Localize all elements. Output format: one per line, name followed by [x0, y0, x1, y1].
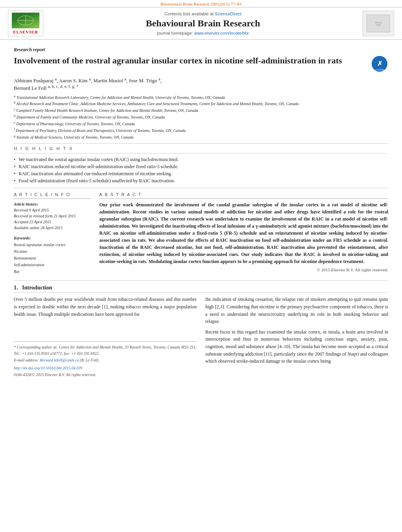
journal-header-center: Contents lists available at ScienceDirec…: [43, 11, 363, 35]
info-abstract-section: A R T I C L E I N F O Article history: R…: [14, 192, 388, 275]
received-revised-date: Received in revised form 21 April 2015: [14, 213, 91, 219]
highlight-item-1: •We inactivated the rostral agranular in…: [14, 157, 388, 163]
aff-f: f Department of Psychiatry, Division of …: [14, 127, 388, 134]
top-citation-bar: Behavioural Brain Research 290 (2015) 77…: [0, 0, 402, 7]
abstract-bold-start: Our prior work demonstrated the involvem…: [99, 202, 388, 264]
contents-line: Contents lists available at ScienceDirec…: [49, 11, 357, 16]
info-divider: [14, 198, 91, 199]
aff-a: a Translational Addiction Research Labor…: [14, 94, 388, 101]
keywords-section: Keywords: Rostral agranular insular cort…: [14, 235, 91, 275]
accepted-date: Accepted 23 April 2015: [14, 219, 91, 225]
abstract-col: A B S T R A C T Our prior work demonstra…: [99, 192, 388, 275]
divider-1: [14, 143, 388, 144]
authors-line: Abhiram Pushparaj a, Aaron S. Kim a, Mar…: [14, 76, 388, 92]
highlight-item-3: •RAIC inactivation also attenuated cue-i…: [14, 171, 388, 177]
article-info-col: A R T I C L E I N F O Article history: R…: [14, 192, 91, 275]
homepage-url[interactable]: www.elsevier.com/locate/bbr: [194, 31, 249, 35]
elsevier-logo: ELSEVIER: [8, 11, 43, 36]
doi-line: http://dx.doi.org/10.1016/j.bbr.2015.04.…: [14, 365, 197, 371]
homepage-line: journal homepage: www.elsevier.com/locat…: [49, 31, 357, 35]
intro-title: Introduction: [22, 285, 52, 291]
abstract-text: Our prior work demonstrated the involvem…: [99, 201, 388, 265]
svg-text:✗: ✗: [377, 60, 382, 67]
intro-right-col: the indication of smoking cessation, the…: [205, 296, 388, 378]
history-label: Article history:: [14, 201, 91, 207]
email-label: E-mail address:: [14, 358, 39, 362]
divider-3: [14, 280, 388, 281]
star-note: * Corresponding author at: Centre for Ad…: [14, 344, 197, 356]
journal-header: ELSEVIER Contents lists available at Sci…: [0, 7, 402, 40]
crossmark-badge: ✗ CrossMark: [371, 55, 388, 72]
issn-line: 0166-4328/© 2015 Elsevier B.V. All right…: [14, 372, 197, 378]
intro-number: 1.: [14, 285, 18, 291]
article-title-section: Involvement of the rostral agranular ins…: [14, 55, 388, 72]
divider-2: [14, 188, 388, 188]
aff-g: g Institute of Medical Sciences, Univers…: [14, 134, 388, 141]
affiliations: a Translational Addiction Research Labor…: [14, 94, 388, 141]
intro-right-para-2: Recent focus in this regard has examined…: [205, 328, 388, 365]
email-suffix: (B. Le Foll).: [80, 358, 99, 362]
aff-d: d Department of Family and Community Med…: [14, 114, 388, 120]
article-history: Article history: Received 9 April 2015 R…: [14, 201, 91, 231]
highlight-item-2: •RAIC inactivation reduced nicotine self…: [14, 164, 388, 170]
abstract-label: A B S T R A C T: [99, 192, 388, 197]
copyright-line: © 2015 Elsevier B.V. All rights reserved…: [99, 267, 388, 272]
article-title: Involvement of the rostral agranular ins…: [14, 55, 366, 67]
received-date: Received 9 April 2015: [14, 207, 91, 213]
aff-e: e Department of Pharmacology, University…: [14, 120, 388, 127]
citation-text: Behavioural Brain Research 290 (2015) 77…: [160, 2, 242, 6]
kw-2: Nicotine: [14, 248, 91, 255]
kw-5: Rat: [14, 268, 91, 275]
intro-body: Over 5 million deaths per year worldwide…: [14, 296, 388, 378]
introduction-section: 1. Introduction Over 5 million deaths pe…: [14, 285, 388, 378]
highlights-section: H I G H L I G H T S •We inactivated the …: [14, 146, 388, 184]
divider-highlights: [14, 153, 388, 154]
report-label: Research report: [14, 44, 388, 53]
intro-right-para-1: the indication of smoking cessation, the…: [205, 296, 388, 325]
article-info-label: A R T I C L E I N F O: [14, 192, 91, 197]
abstract-divider: [99, 198, 388, 199]
svg-text:CrossMark: CrossMark: [375, 69, 385, 71]
highlight-item-4: •Food self-administration (fixed ratio-5…: [14, 178, 388, 184]
journal-logo: JournalLogo: [363, 11, 394, 36]
introduction-heading: 1. Introduction: [14, 285, 388, 293]
aff-c: c Campbell Family Mental Health Research…: [14, 107, 388, 114]
kw-1: Rostral agranular insular cortex: [14, 241, 91, 248]
highlights-label: H I G H L I G H T S: [14, 146, 388, 151]
highlights-list: •We inactivated the rostral agranular in…: [14, 157, 388, 184]
available-date: Available online 28 April 2015: [14, 225, 91, 231]
journal-title-header: Behavioural Brain Research: [49, 18, 357, 29]
kw-3: Reinstatement: [14, 255, 91, 261]
elsevier-label: ELSEVIER: [13, 30, 38, 34]
doi-link[interactable]: http://dx.doi.org/10.1016/j.bbr.2015.04.…: [14, 366, 82, 370]
intro-left-col: Over 5 million deaths per year worldwide…: [14, 296, 197, 378]
main-content: Research report Involvement of the rostr…: [0, 40, 402, 386]
intro-left-para: Over 5 million deaths per year worldwide…: [14, 296, 197, 318]
email-address[interactable]: Bernard.lefoll@camh.ca: [40, 358, 79, 362]
email-line: E-mail address: Bernard.lefoll@camh.ca (…: [14, 357, 197, 363]
kw-4: Self-administration: [14, 261, 91, 268]
footnote-section: * Corresponding author at: Centre for Ad…: [14, 341, 197, 378]
keywords-label: Keywords:: [14, 235, 91, 241]
sciencedirect-link[interactable]: ScienceDirect: [215, 11, 242, 16]
aff-b: b Alcohol Research and Treatment Clinic,…: [14, 100, 388, 107]
